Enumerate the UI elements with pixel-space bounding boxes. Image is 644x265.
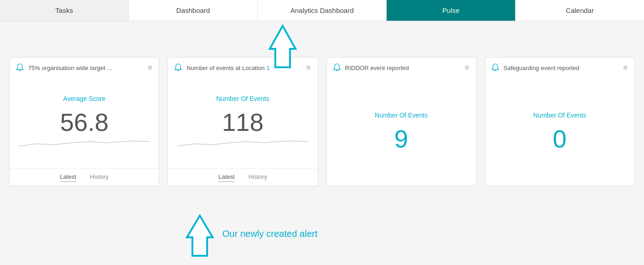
footer-tab-history-card1[interactable]: History — [90, 173, 109, 182]
card-menu-icon-card4[interactable]: ≡ — [623, 64, 628, 71]
bottom-annotation: Our newly created alert — [184, 214, 318, 258]
card-title-card1: 75% organisation wide target ... — [28, 65, 112, 71]
card-card2: Number of events at Location 1≡Number Of… — [168, 57, 318, 186]
nav-tab-calendar[interactable]: Calendar — [516, 0, 644, 21]
nav-tab-analytics[interactable]: Analytics Dashboard — [258, 0, 387, 21]
card-card4: Safeguarding event reported≡Number Of Ev… — [485, 57, 635, 186]
footer-tab-latest-card1[interactable]: Latest — [60, 173, 76, 182]
card-label-card3: Number Of Events — [375, 112, 428, 119]
card-value-card2: 118 — [222, 110, 263, 135]
main-content: View your alerts in Radar Pulse 75% orga… — [0, 21, 644, 265]
alert-icon — [491, 63, 500, 72]
card-menu-icon-card1[interactable]: ≡ — [148, 64, 152, 71]
card-header-card1: 75% organisation wide target ...≡ — [10, 58, 159, 77]
nav-tab-dashboard[interactable]: Dashboard — [129, 0, 258, 21]
card-card3: RIDDOR event reported≡Number Of Events9 — [326, 57, 476, 186]
nav-bar: TasksDashboardAnalytics DashboardPulseCa… — [0, 0, 644, 21]
top-annotation: View your alerts in Radar Pulse — [267, 24, 491, 70]
alert-icon — [15, 63, 24, 72]
bottom-annotation-text: Our newly created alert — [222, 229, 318, 239]
card-title-card4: Safeguarding event reported — [504, 65, 580, 71]
card-label-card4: Number Of Events — [533, 112, 586, 119]
svg-marker-1 — [270, 26, 296, 67]
footer-tab-latest-card2[interactable]: Latest — [218, 173, 234, 182]
sparkline-card1 — [19, 135, 150, 148]
card-header-card4: Safeguarding event reported≡ — [485, 58, 634, 77]
svg-marker-2 — [187, 216, 213, 256]
nav-tab-tasks[interactable]: Tasks — [0, 0, 129, 21]
cards-row: 75% organisation wide target ...≡Average… — [9, 57, 635, 191]
card-value-card3: 9 — [395, 126, 408, 151]
nav-tab-pulse[interactable]: Pulse — [387, 0, 516, 21]
alert-icon — [174, 63, 183, 72]
top-arrow-icon — [267, 24, 298, 70]
card-label-card2: Number Of Events — [216, 95, 269, 102]
card-card1: 75% organisation wide target ...≡Average… — [9, 57, 159, 186]
card-value-card1: 56.8 — [60, 110, 109, 135]
card-label-card1: Average Score — [63, 95, 105, 102]
card-value-card4: 0 — [553, 126, 567, 151]
card-title-card2: Number of events at Location 1 — [186, 65, 270, 71]
footer-tab-history-card2[interactable]: History — [249, 173, 267, 182]
sparkline-card2 — [177, 135, 308, 148]
bottom-arrow-icon — [184, 214, 215, 258]
